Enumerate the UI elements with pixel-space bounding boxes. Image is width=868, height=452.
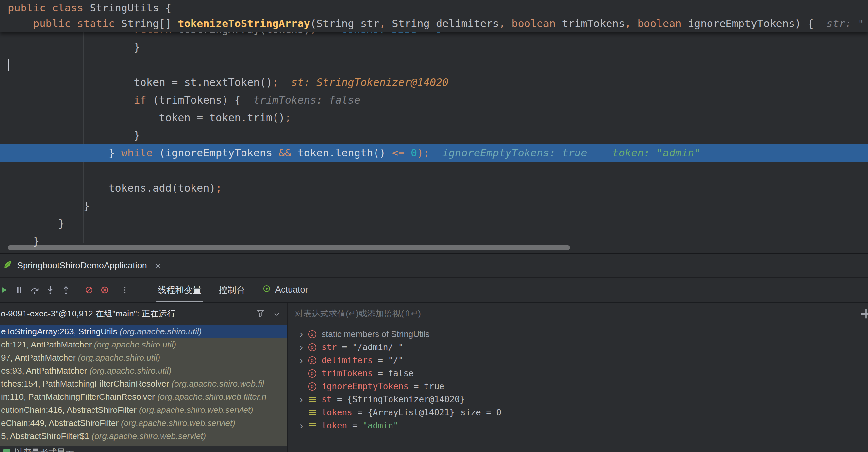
expand-chevron-icon[interactable]: › xyxy=(296,354,307,366)
step-over-button[interactable] xyxy=(27,282,42,298)
text-caret xyxy=(8,59,9,71)
variable-row[interactable]: ›pignoreEmptyTokens = true xyxy=(287,380,868,393)
scrollbar-thumb[interactable] xyxy=(8,245,570,250)
code-token: } xyxy=(8,129,140,141)
step-out-button[interactable] xyxy=(58,282,74,298)
step-into-button[interactable] xyxy=(42,282,58,298)
frame-package: (org.apache.shiro.util) xyxy=(120,327,202,336)
code-token: tokens.add(token) xyxy=(8,182,216,194)
more-options-kebab-icon[interactable] xyxy=(117,282,133,298)
code-token: ; xyxy=(216,182,222,194)
expand-chevron-icon[interactable]: › xyxy=(296,328,307,340)
expand-chevron-icon[interactable]: › xyxy=(296,420,307,431)
code-line[interactable] xyxy=(0,162,868,179)
tab-label: 线程和变量 xyxy=(157,284,202,296)
stack-frame-row[interactable]: eToStringArray:263, StringUtils (org.apa… xyxy=(0,325,287,338)
variable-row[interactable]: ›pstr = "/admin/ " xyxy=(287,341,868,354)
tab-actuator[interactable]: Actuator xyxy=(254,278,317,302)
pause-button[interactable] xyxy=(11,282,27,298)
remove-breakpoint-button[interactable] xyxy=(97,282,113,298)
stack-frame-row[interactable]: tches:154, PathMatchingFilterChainResolv… xyxy=(0,377,287,390)
code-token xyxy=(405,147,411,159)
code-line[interactable] xyxy=(0,56,868,73)
equals-sign: = xyxy=(352,408,368,417)
add-watch-icon[interactable] xyxy=(859,307,868,323)
variable-name: str xyxy=(321,342,337,352)
code-line[interactable]: tokens.add(token); xyxy=(0,179,868,197)
spring-boot-icon xyxy=(3,260,12,272)
close-icon[interactable]: × xyxy=(155,261,161,271)
variable-glyph xyxy=(309,423,316,428)
current-execution-line[interactable]: } while (ignoreEmptyTokens && token.leng… xyxy=(0,144,868,162)
variable-size-hint: size = 0 xyxy=(461,408,501,417)
mute-breakpoints-button[interactable] xyxy=(81,282,97,298)
code-line[interactable]: } xyxy=(0,126,868,144)
frame-location: es:93, AntPathMatcher xyxy=(1,366,89,376)
equals-sign: = xyxy=(347,421,363,430)
expand-chevron-icon[interactable]: › xyxy=(296,393,307,405)
sticky-code-line: public static String[] tokenizeToStringA… xyxy=(0,16,868,31)
stack-frame-row[interactable]: ch:121, AntPathMatcher (org.apache.shiro… xyxy=(0,338,287,351)
parameter-icon: p xyxy=(307,356,317,364)
evaluate-expression-field[interactable]: 对表达式求值(↵)或添加监视(⇧↵) xyxy=(287,303,868,325)
variable-value: {StringTokenizer@14020} xyxy=(347,394,465,404)
code-token: token = token.trim() xyxy=(8,111,285,124)
variable-name: st xyxy=(321,394,332,404)
variable-row[interactable]: ›sstatic members of StringUtils xyxy=(287,328,868,341)
frame-location: 97, AntPathMatcher xyxy=(1,353,78,362)
stack-frame-row[interactable]: 97, AntPathMatcher (org.apache.shiro.uti… xyxy=(0,351,287,364)
frame-location: in:110, PathMatchingFilterChainResolver xyxy=(1,392,157,402)
stack-frame-row[interactable]: es:93, AntPathMatcher (org.apache.shiro.… xyxy=(0,364,287,377)
filter-icon[interactable] xyxy=(255,309,266,321)
variable-row[interactable]: ›ptrimTokens = false xyxy=(287,367,868,380)
tab-threads-and-variables[interactable]: 线程和变量 xyxy=(149,278,210,302)
stack-frame-row[interactable]: in:110, PathMatchingFilterChainResolver … xyxy=(0,390,287,403)
chevron-down-icon[interactable] xyxy=(273,310,281,321)
code-line[interactable]: token = token.trim(); xyxy=(0,109,868,126)
code-token: ignoreEmptyTokens: true xyxy=(430,147,587,159)
code-token: boolean xyxy=(512,17,556,30)
parameter-icon: p xyxy=(307,343,317,351)
expand-chevron-icon[interactable]: › xyxy=(296,341,307,353)
variable-value: "/" xyxy=(388,355,404,365)
frame-location: eToStringArray:263, StringUtils xyxy=(1,327,120,336)
variable-row[interactable]: ›token = "admin" xyxy=(287,419,868,432)
code-token: public static xyxy=(8,17,121,30)
code-token: (ignoreEmptyTokens xyxy=(159,147,278,159)
tab-console[interactable]: 控制台 xyxy=(210,278,254,302)
frame-location: eChain:449, AbstractShiroFilter xyxy=(1,418,121,428)
code-line[interactable]: } xyxy=(0,38,868,56)
frame-package: (org.apache.shiro.web.servlet) xyxy=(121,418,235,428)
resume-button[interactable] xyxy=(0,282,11,298)
variable-value: "admin" xyxy=(363,421,398,430)
debug-toolbar: 线程和变量 控制台 Actuator xyxy=(0,278,868,303)
code-line[interactable]: } xyxy=(0,215,868,232)
clipped-bottom-row: 以变量形式显示 xyxy=(0,446,287,452)
code-lines: return toStringArray(tokens); tokens: si… xyxy=(0,21,868,250)
editor-horizontal-scrollbar[interactable] xyxy=(0,243,868,253)
frame-location: 5, AbstractShiroFilter$1 xyxy=(1,431,92,441)
code-line[interactable]: token = st.nextToken(); st: StringTokeni… xyxy=(0,73,868,91)
code-line[interactable]: } xyxy=(0,197,868,215)
variable-row[interactable]: ›pdelimiters = "/" xyxy=(287,354,868,367)
thread-selector[interactable]: o-9091-exec-3"@10,912 在组"main": 正在运行 xyxy=(0,303,287,325)
code-line[interactable]: if (trimTokens) { trimTokens: false xyxy=(0,91,868,109)
variable-value: true xyxy=(424,382,444,391)
variable-glyph xyxy=(309,410,316,415)
variable-row[interactable]: ›tokens = {ArrayList@14021}size = 0 xyxy=(287,406,868,419)
variable-label: static members of StringUtils xyxy=(321,329,430,339)
equals-sign: = xyxy=(373,368,388,378)
code-editor[interactable]: return toStringArray(tokens); tokens: si… xyxy=(0,0,868,253)
variable-row[interactable]: ›st = {StringTokenizer@14020} xyxy=(287,393,868,406)
debug-session-tab[interactable]: SpringbootShiroDemoApplication × xyxy=(0,254,167,277)
stack-frame-row[interactable]: 5, AbstractShiroFilter$1 (org.apache.shi… xyxy=(0,429,287,443)
code-token xyxy=(631,17,637,30)
frame-package: (org.apache.shiro.web.fil xyxy=(172,379,264,389)
stack-frame-row[interactable]: cutionChain:416, AbstractShiroFilter (or… xyxy=(0,403,287,416)
letter-badge: p xyxy=(308,343,316,351)
static-members-icon: s xyxy=(307,330,317,338)
stack-frame-row[interactable]: eChain:449, AbstractShiroFilter (org.apa… xyxy=(0,416,287,429)
code-token: } xyxy=(8,217,64,230)
thread-name: o-9091-exec-3"@10,912 在组"main": 正在运行 xyxy=(1,308,176,319)
option-icon xyxy=(3,449,10,452)
